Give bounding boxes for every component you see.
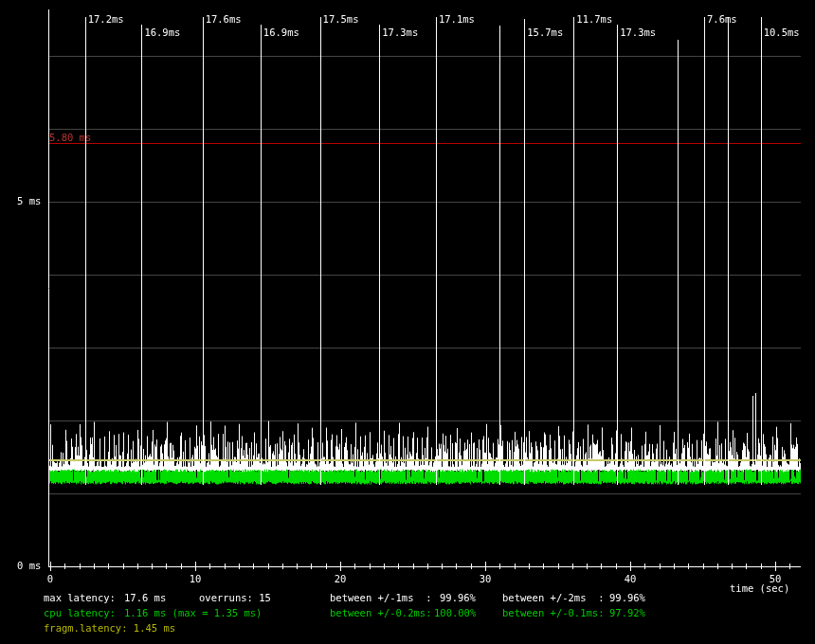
spike-label: 16.9ms [263,27,299,39]
spike-label: 17.3ms [620,27,656,39]
stat-text: fragm.latency: 1.45 ms [44,622,175,635]
stat-text: 99.96% [609,592,645,604]
x-tick-label: 20 [335,573,347,585]
spike-label: 11.7ms [576,13,612,26]
stat-text: 99.96% [440,592,476,604]
stat-text: 1.16 ms (max = 1.35 ms) [124,607,262,619]
stat-text: 100.00% [434,607,476,619]
latency-test-window: 5 ms 0 ms 5.80 ms time (sec) 17.2ms16.9m… [0,0,815,644]
spike-label: 17.5ms [323,13,359,26]
spike-label: 17.6ms [206,13,242,26]
y-axis-label-0ms: 0 ms [17,560,41,572]
spike-label: 16.9ms [144,27,180,39]
stat-text: between +/-0.2ms: [330,607,431,619]
spike-label: 7.6ms [707,13,737,26]
stat-text: overruns: 15 [199,592,271,604]
spike-label: 17.2ms [88,13,124,26]
stat-text: between +/-2ms : [502,592,604,604]
spike-label: 17.1ms [439,13,475,26]
y-axis-label-5ms: 5 ms [17,195,41,207]
x-tick-label: 40 [625,573,637,585]
stat-text: between +/-1ms : [330,592,431,604]
spike-label: 17.3ms [382,27,418,39]
x-tick-label: 0 [47,573,53,585]
stat-text: between +/-0.1ms: [502,607,604,619]
stat-text: 17.6 ms [124,592,166,604]
spike-label: 15.7ms [527,27,563,39]
x-tick-label: 30 [480,573,492,585]
x-tick-label: 10 [190,573,202,585]
spike-label: 10.5ms [764,27,800,39]
stat-text: cpu latency: [44,607,116,619]
stat-text: max latency: [44,592,116,604]
x-tick-label: 50 [770,573,782,585]
threshold-line-label: 5.80 ms [49,132,91,144]
latency-chart-canvas [0,0,815,644]
stat-text: 97.92% [609,607,645,619]
